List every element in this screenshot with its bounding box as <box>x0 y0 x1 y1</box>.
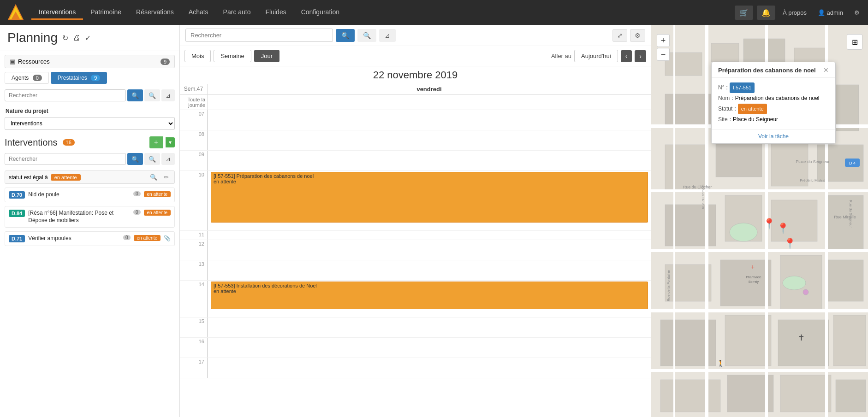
time-cell-10[interactable]: [I.57-551] Préparation des cabanons de n… <box>208 171 651 230</box>
filter-prefix-text: statut est égal à <box>9 174 48 181</box>
prev-day-button[interactable]: ‹ <box>621 50 632 62</box>
top-filter-button[interactable]: ⊿ <box>379 29 396 42</box>
time-cell-17[interactable] <box>208 358 651 378</box>
map-zoom-controls: + − <box>657 34 670 61</box>
time-cell-13[interactable] <box>208 260 651 280</box>
svg-text:Rue du Seigneur: Rue du Seigneur <box>849 200 853 228</box>
interventions-zoom-button[interactable]: 🔍 <box>144 153 160 165</box>
admin-button[interactable]: 👤 admin <box>814 7 847 18</box>
intervention-card-d71[interactable]: D.71 Vérifier ampoules 0 en attente 📎 <box>5 231 175 246</box>
next-day-button[interactable]: › <box>635 50 646 62</box>
top-search-input[interactable] <box>185 29 333 42</box>
resources-header[interactable]: ▣ Ressources 9 <box>5 55 175 68</box>
time-label-12: 12 <box>180 240 208 260</box>
view-semaine-button[interactable]: Semaine <box>214 50 251 62</box>
agents-count: 0 <box>33 75 42 81</box>
nav-parc-auto[interactable]: Parc auto <box>216 6 258 20</box>
svg-point-40 <box>730 223 757 241</box>
time-label-14: 14 <box>180 281 208 317</box>
map-marker-3[interactable]: 📍 <box>784 238 796 250</box>
cart-button[interactable]: 🛒 <box>735 6 753 20</box>
nav-configuration[interactable]: Configuration <box>294 6 347 20</box>
add-intervention-button[interactable]: + <box>149 136 163 148</box>
tab-prestataires[interactable]: Prestataires 9 <box>51 72 107 84</box>
tab-agents[interactable]: Agents 0 <box>5 72 49 84</box>
nav-reservations[interactable]: Réservations <box>129 6 181 20</box>
check-icon[interactable]: ✓ <box>85 34 91 42</box>
calendar-settings-button[interactable]: ⚙ <box>630 29 645 42</box>
map-marker-2[interactable]: 📍 <box>777 223 789 235</box>
time-label-16: 16 <box>180 338 208 358</box>
navbar: Interventions Patrimoine Réservations Ac… <box>0 0 868 25</box>
view-mois-button[interactable]: Mois <box>184 50 211 62</box>
svg-rect-26 <box>833 315 866 366</box>
nav-achats[interactable]: Achats <box>181 6 216 20</box>
card-badge-d71: en attente <box>134 235 161 241</box>
collapse-icon: ▣ <box>10 58 15 65</box>
map-marker-1[interactable]: 📍 <box>763 218 775 230</box>
filter-edit-button[interactable]: ✏ <box>162 173 171 181</box>
time-cell-15[interactable] <box>208 317 651 337</box>
sidebar-search-bar: 🔍 🔍 ⊿ <box>5 89 175 101</box>
cal-week-label: Sem.47 <box>180 84 208 94</box>
time-cell-11[interactable] <box>208 231 651 240</box>
calendar-event-551[interactable]: [I.57-551] Préparation des cabanons de n… <box>211 172 648 223</box>
cal-hour-10: 10 [I.57-551] Préparation des cabanons d… <box>180 171 651 231</box>
map-popup-close-button[interactable]: ✕ <box>823 67 829 73</box>
map-layers-button[interactable]: ⊞ <box>847 34 862 50</box>
print-icon[interactable]: 🖨 <box>73 34 80 42</box>
card-id-d84: D.84 <box>9 210 25 217</box>
top-search-button[interactable]: 🔍 <box>336 29 355 42</box>
popup-statut-label: Statut <box>718 104 732 114</box>
today-button[interactable]: Aujourd'hui <box>574 50 618 62</box>
page-title-bar: Planning ↻ 🖨 ✓ <box>0 25 179 51</box>
zoom-out-button[interactable]: − <box>657 48 670 61</box>
refresh-icon[interactable]: ↻ <box>62 34 68 42</box>
nature-select[interactable]: Interventions <box>5 117 175 130</box>
intervention-card-d70[interactable]: D.70 Nid de poule 0 en attente <box>5 188 175 202</box>
top-zoom-button[interactable]: 🔍 <box>357 29 376 42</box>
nav-interventions[interactable]: Interventions <box>31 6 83 20</box>
time-label-13: 13 <box>180 260 208 280</box>
cal-hour-12: 12 <box>180 240 651 260</box>
intervention-card-d84[interactable]: D.84 [Résa n°66] Manifestation: Pose et … <box>5 206 175 228</box>
popup-nom-label: Nom <box>718 93 730 104</box>
sidebar-zoom-button[interactable]: 🔍 <box>144 89 160 101</box>
svg-text:D 4: D 4 <box>849 161 856 165</box>
time-cell-12[interactable] <box>208 240 651 260</box>
nav-patrimoine[interactable]: Patrimoine <box>83 6 129 20</box>
popup-site-label: Site <box>718 114 728 125</box>
filter-tag: statut est égal à en attente 🔍 ✏ <box>5 170 175 184</box>
popup-view-task-link[interactable]: Voir la tâche <box>712 129 835 143</box>
expand-button[interactable]: ⤢ <box>612 29 627 42</box>
cal-hour-15: 15 <box>180 317 651 338</box>
time-label-10: 10 <box>180 171 208 230</box>
calendar-event-553[interactable]: [I.57-553] Installation des décorations … <box>211 282 648 309</box>
sidebar-search-button[interactable]: 🔍 <box>127 89 143 101</box>
popup-num-row: N° : I.57-551 <box>718 82 829 93</box>
card-badge-d84: en attente <box>144 210 171 216</box>
interventions-header: Interventions 16 + ▾ <box>0 134 179 151</box>
zoom-in-button[interactable]: + <box>657 34 670 47</box>
prestataires-count: 9 <box>91 75 100 81</box>
time-cell-16[interactable] <box>208 338 651 358</box>
filter-zoom-button[interactable]: 🔍 <box>148 173 159 181</box>
time-cell-14[interactable]: [I.57-553] Installation des décorations … <box>208 281 651 317</box>
add-intervention-dropdown-button[interactable]: ▾ <box>166 137 175 147</box>
time-label-11: 11 <box>180 231 208 240</box>
about-button[interactable]: À propos <box>779 7 810 18</box>
app-logo <box>5 1 27 23</box>
time-cell-07[interactable] <box>208 110 651 130</box>
settings-navbar-button[interactable]: ⚙ <box>850 7 863 18</box>
interventions-filter-button[interactable]: ⊿ <box>161 153 175 165</box>
time-cell-08[interactable] <box>208 130 651 150</box>
sidebar-filter-button[interactable]: ⊿ <box>161 89 175 101</box>
interventions-search-button[interactable]: 🔍 <box>127 153 143 165</box>
nav-fluides[interactable]: Fluides <box>258 6 294 20</box>
interventions-section-title: Interventions <box>5 137 58 148</box>
time-cell-09[interactable] <box>208 151 651 170</box>
interventions-search-input[interactable] <box>5 153 126 165</box>
view-jour-button[interactable]: Jour <box>254 50 279 62</box>
bell-button[interactable]: 🔔 <box>757 6 775 20</box>
sidebar-search-input[interactable] <box>5 89 126 101</box>
